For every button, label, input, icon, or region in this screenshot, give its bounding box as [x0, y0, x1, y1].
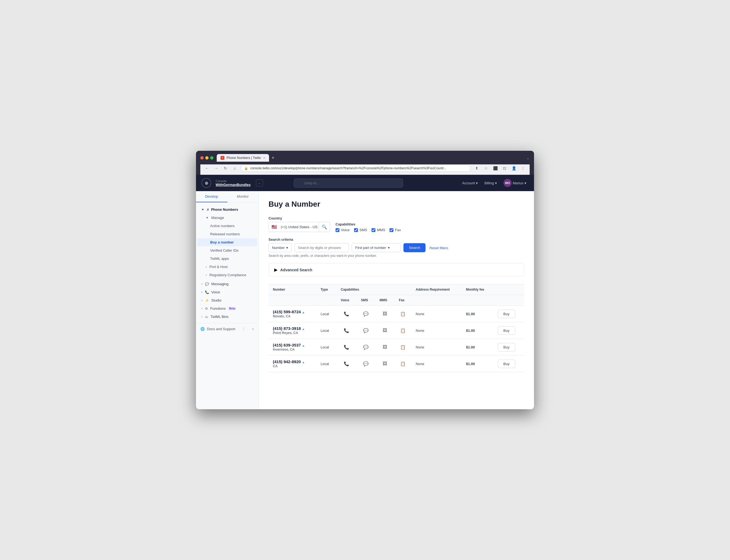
voice-cap-icon-0: 📞 [341, 311, 352, 317]
more-options-btn[interactable]: ⋮ [242, 327, 246, 331]
phone-number-2: (415) 639-3537 ▲ [273, 343, 312, 347]
sidebar-item-twiml-bins[interactable]: › 🗂 TwiML Bins [197, 313, 257, 321]
user-menu-btn[interactable]: MO Marius ▾ [501, 178, 528, 188]
cap-sms-checkbox[interactable] [354, 228, 358, 232]
th-sms: SMS [357, 295, 375, 306]
buy-button-1[interactable]: Buy [498, 326, 515, 335]
sidebar-item-released-numbers[interactable]: Released numbers [197, 230, 257, 238]
reload-btn[interactable]: ↻ [222, 164, 229, 172]
manage-collapse-icon: ▼ [206, 216, 209, 219]
criteria-value: Number [272, 246, 285, 250]
cap-mms-label: MMS [377, 228, 385, 232]
phone-location-2: Inverness, CA [273, 348, 295, 351]
cap-fax-checkbox[interactable] [389, 228, 393, 232]
cell-voice-0: 📞 [337, 306, 357, 322]
back-btn[interactable]: ← [203, 164, 211, 172]
cap-mms-checkbox[interactable] [371, 228, 375, 232]
sidebar-item-active-numbers[interactable]: Active numbers [197, 222, 257, 230]
sidebar-item-studio[interactable]: › ⚡ Studio [197, 296, 257, 304]
phone-number-1: (415) 873-3918 ▲ [273, 326, 312, 331]
sidebar-item-phone-numbers[interactable]: ▼ # Phone Numbers [197, 206, 257, 213]
maximize-traffic-light[interactable] [210, 156, 214, 159]
sidebar-footer[interactable]: 🌐 Docs and Support ⋮ « [196, 323, 259, 334]
cell-fax-0: 📋 [394, 306, 411, 322]
sidebar-item-verified-caller-ids[interactable]: Verified Caller IDs [197, 246, 257, 254]
tab-close-btn[interactable]: × [263, 156, 265, 160]
sidebar-item-buy-number[interactable]: Buy a number [197, 238, 257, 246]
cell-type-1: Local [316, 322, 337, 339]
buy-button-3[interactable]: Buy [498, 360, 515, 368]
match-select[interactable]: First part of number ▾ [352, 243, 401, 252]
criteria-select[interactable]: Number ▾ [269, 243, 292, 252]
country-search-icon[interactable]: 🔍 [319, 222, 330, 232]
search-text-input[interactable] [295, 243, 349, 252]
sidebar-item-functions[interactable]: › ⚙ Functions Beta [197, 305, 257, 312]
buy-button-0[interactable]: Buy [498, 310, 515, 318]
profile-btn[interactable]: 👤 [510, 164, 518, 172]
billing-menu-btn[interactable]: Billing ▾ [482, 180, 499, 186]
browser-addressbar: ← → ↻ ⌂ 🔒 console.twilio.com/us1/develop… [200, 164, 530, 175]
active-tab[interactable]: T Phone Numbers | Twilio × [217, 154, 269, 162]
cap-sms-item[interactable]: SMS [354, 228, 367, 232]
th-empty1 [269, 295, 316, 306]
th-empty3 [411, 295, 461, 306]
voice-cap-icon-2: 📞 [341, 345, 352, 350]
cell-type-3: Local [316, 356, 337, 372]
sidebar-collapse-btn[interactable]: « [252, 327, 254, 331]
twiml-apps-label: TwiML apps [210, 257, 229, 261]
reset-filters-link[interactable]: Reset filters [428, 244, 449, 252]
sidebar-item-regulatory[interactable]: › Regulatory Compliance [197, 271, 257, 279]
share-btn[interactable]: ⬆ [473, 164, 480, 172]
sidebar-tabs: Develop Monitor [196, 191, 259, 203]
cap-voice-checkbox[interactable] [336, 228, 340, 232]
address-bar[interactable]: 🔒 console.twilio.com/us1/develop/phone-n… [241, 165, 471, 172]
released-numbers-label: Released numbers [210, 232, 240, 236]
buy-button-2[interactable]: Buy [498, 343, 515, 351]
main-layout: Develop Monitor ▼ # Phone Numbers ▼ Mana… [196, 191, 534, 409]
advanced-search-panel[interactable]: ▶ Advanced Search [269, 263, 524, 276]
search-hint: Search by area code, prefix, or characte… [269, 254, 524, 258]
sms-cap-icon-0: 💬 [361, 311, 371, 317]
cap-mms-item[interactable]: MMS [371, 228, 385, 232]
new-tab-btn[interactable]: + [269, 154, 277, 162]
sidebar-item-voice[interactable]: › 📞 Voice [197, 288, 257, 296]
extensions-btn[interactable]: ⬛ [491, 164, 499, 172]
country-label: Country [269, 216, 330, 220]
cell-number-3: (415) 942-8920 ▲ CA [269, 356, 316, 372]
cap-fax-item[interactable]: Fax [389, 228, 401, 232]
th-action [493, 284, 524, 295]
account-menu-btn[interactable]: Account ▾ [460, 180, 480, 186]
sidebar-item-port-host[interactable]: › Port & Host [197, 263, 257, 271]
regulatory-label: Regulatory Compliance [209, 273, 246, 277]
table-row: (415) 942-8920 ▲ CA Local 📞 💬 🖼 📋 None $… [269, 356, 524, 372]
tab-monitor[interactable]: Monitor [227, 191, 259, 202]
nav-logo[interactable]: ⊕ [202, 178, 211, 188]
trend-icon-2: ▲ [302, 344, 305, 347]
cap-fax-label: Fax [395, 228, 401, 232]
cap-voice-item[interactable]: Voice [336, 228, 350, 232]
search-button[interactable]: Search [403, 243, 425, 252]
country-group: Country 🇺🇸 (+1) United States - US 🔍 [269, 216, 330, 232]
country-selector[interactable]: 🇺🇸 (+1) United States - US 🔍 [269, 222, 330, 232]
split-btn[interactable]: ⊡ [501, 164, 508, 172]
home-btn[interactable]: ⌂ [231, 164, 239, 172]
tab-develop[interactable]: Develop [196, 191, 227, 202]
bookmark-btn[interactable]: ☆ [482, 164, 490, 172]
active-numbers-label: Active numbers [210, 224, 235, 228]
voice-collapse-icon: › [202, 291, 202, 294]
forward-btn[interactable]: → [212, 164, 220, 172]
cell-fee-3: $1.00 [461, 356, 493, 372]
close-traffic-light[interactable] [200, 156, 204, 159]
account-dropdown-btn[interactable]: ⌄ [256, 179, 263, 186]
tab-dropdown-btn[interactable]: ⌄ [526, 156, 530, 160]
sidebar-nav: ▼ # Phone Numbers ▼ Manage Active number… [196, 203, 259, 323]
sidebar-item-twiml-apps[interactable]: TwiML apps [197, 255, 257, 263]
sidebar-item-manage[interactable]: ▼ Manage [197, 214, 257, 222]
account-name[interactable]: WithGermanBundles [216, 183, 251, 187]
minimize-traffic-light[interactable] [205, 156, 209, 159]
cap-voice-label: Voice [341, 228, 350, 232]
more-btn[interactable]: ⋮ [519, 164, 527, 172]
phone-number-3: (415) 942-8920 ▲ [273, 359, 312, 364]
global-search-input[interactable] [294, 179, 403, 188]
sidebar-item-messaging[interactable]: › 💬 Messaging [197, 280, 257, 288]
